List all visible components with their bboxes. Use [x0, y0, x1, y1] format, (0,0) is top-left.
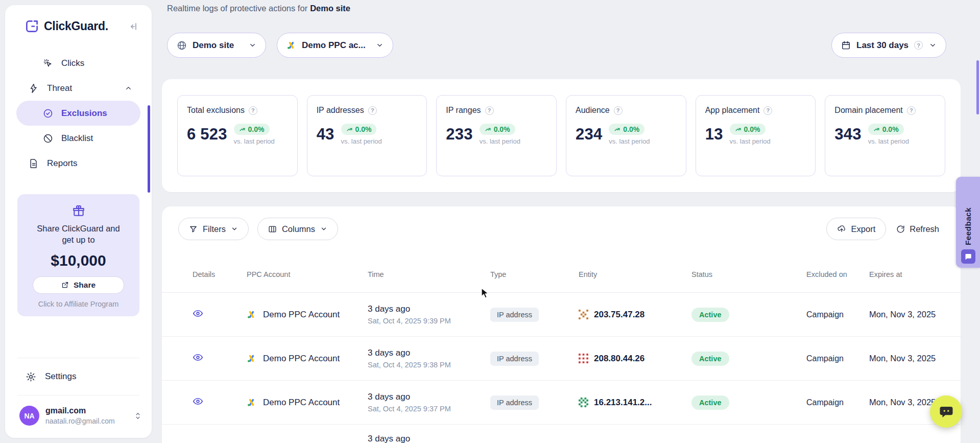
- nav-label-threat: Threat: [47, 83, 72, 94]
- stat-label: IP addresses: [317, 106, 364, 115]
- sidebar-nav: Clicks Threat Exclusions: [5, 51, 152, 176]
- type-badge: IP address: [490, 395, 539, 410]
- filter-icon: [189, 225, 198, 234]
- col-header-status: Status: [691, 270, 806, 280]
- view-details-eye-icon[interactable]: [193, 352, 203, 363]
- export-cloud-icon: [837, 224, 846, 234]
- external-link-icon: [61, 281, 69, 289]
- stat-app-placement: App placement? 13 0.0% vs. last period: [696, 95, 816, 176]
- nav-label-reports: Reports: [47, 158, 78, 169]
- divider: [17, 358, 139, 358]
- cell-time-absolute: Sat, Oct 4, 2025 9:39 PM: [368, 317, 490, 325]
- help-icon[interactable]: ?: [907, 106, 916, 115]
- google-ads-icon: [247, 354, 256, 363]
- brand-name: ClickGuard.: [44, 19, 128, 33]
- chevron-down-icon: [249, 41, 256, 49]
- ppc-account-selector[interactable]: Demo PPC ac...: [277, 33, 393, 58]
- delta-badge: 0.0%: [234, 124, 270, 135]
- col-header-excluded-on: Excluded on: [806, 270, 847, 280]
- trend-up-icon: [485, 126, 491, 133]
- refresh-icon: [896, 225, 905, 234]
- logo-row: ClickGuard.: [5, 19, 152, 33]
- delta-badge: 0.0%: [341, 124, 377, 135]
- cell-excluded-on: Campaign: [806, 354, 869, 363]
- help-icon[interactable]: ?: [368, 106, 377, 115]
- chat-launcher-button[interactable]: [930, 395, 962, 428]
- cell-excluded-on: Campaign: [806, 310, 869, 319]
- nav-label-blacklist: Blacklist: [61, 133, 93, 144]
- stat-caption: vs. last period: [341, 137, 382, 145]
- reports-document-icon: [29, 158, 39, 169]
- divider: [17, 395, 139, 395]
- table-row: Demo PPC Account 3 days ago Sat, Oct 4, …: [162, 293, 961, 337]
- status-badge: Active: [691, 352, 729, 366]
- clickguard-logo-icon: [25, 19, 39, 33]
- sidebar-item-blacklist[interactable]: Blacklist: [16, 126, 140, 151]
- cell-expires-at: Mon, Nov 3, 2025: [869, 354, 948, 363]
- cell-account: Demo PPC Account: [263, 310, 340, 320]
- page-subtitle: Realtime logs of protective actions forD…: [167, 4, 350, 13]
- user-name: gmail.com: [45, 406, 115, 415]
- columns-button[interactable]: Columns: [257, 218, 338, 240]
- cell-time-relative: 3 days ago: [368, 434, 490, 443]
- columns-icon: [268, 225, 277, 234]
- sidebar-item-threat[interactable]: Threat: [16, 76, 140, 101]
- table-row-partial: 3 days ago: [162, 425, 961, 443]
- sidebar: ClickGuard. Clicks Threat: [5, 5, 152, 438]
- gift-icon: [26, 204, 131, 218]
- cell-account: Demo PPC Account: [263, 398, 340, 408]
- sidebar-item-exclusions[interactable]: Exclusions: [16, 101, 140, 126]
- status-badge: Active: [691, 308, 729, 322]
- google-ads-icon: [247, 310, 256, 319]
- cell-time-relative: 3 days ago: [368, 392, 490, 402]
- stat-audience: Audience? 234 0.0% vs. last period: [566, 95, 686, 176]
- table-row: Demo PPC Account 3 days ago Sat, Oct 4, …: [162, 337, 961, 381]
- avatar: NA: [19, 406, 39, 426]
- cell-entity: 208.80.44.26: [594, 354, 644, 364]
- user-menu[interactable]: NA gmail.com naatali.ro@gmail.com: [5, 403, 152, 426]
- cell-time-absolute: Sat, Oct 4, 2025 9:38 PM: [368, 361, 490, 369]
- promo-amount: $10,000: [26, 252, 131, 269]
- feedback-tab[interactable]: Feedback: [956, 177, 980, 268]
- affiliate-link[interactable]: Click to Affiliate Program: [26, 300, 131, 308]
- trend-up-icon: [873, 126, 880, 133]
- stat-label: Domain placement: [834, 106, 902, 115]
- ppc-account-selector-value: Demo PPC ac...: [302, 40, 366, 51]
- delta-badge: 0.0%: [480, 124, 515, 135]
- page-scrollbar[interactable]: [976, 60, 979, 114]
- entity-identicon: [579, 310, 588, 319]
- nav-scrollbar[interactable]: [148, 105, 150, 193]
- stat-total-exclusions: Total exclusions? 6 523 0.0% vs. last pe…: [177, 95, 298, 176]
- view-details-eye-icon[interactable]: [193, 396, 203, 407]
- chevron-down-icon: [320, 225, 327, 232]
- stat-value: 13: [705, 125, 723, 144]
- export-button[interactable]: Export: [826, 218, 887, 240]
- collapse-sidebar-icon[interactable]: [128, 21, 138, 32]
- sidebar-item-settings[interactable]: Settings: [5, 365, 152, 388]
- date-range-selector[interactable]: Last 30 days ?: [831, 33, 946, 58]
- stat-value: 234: [576, 125, 602, 144]
- help-icon[interactable]: ?: [614, 106, 623, 115]
- user-email: naatali.ro@gmail.com: [45, 417, 115, 425]
- sidebar-item-clicks[interactable]: Clicks: [16, 51, 140, 76]
- help-icon[interactable]: ?: [485, 106, 494, 115]
- help-icon[interactable]: ?: [249, 106, 257, 115]
- refresh-button[interactable]: Refresh: [891, 218, 944, 240]
- cell-excluded-on: Campaign: [806, 398, 869, 407]
- site-selector[interactable]: Demo site: [167, 33, 266, 58]
- stats-summary-card: Total exclusions? 6 523 0.0% vs. last pe…: [162, 79, 961, 192]
- help-icon[interactable]: ?: [763, 106, 772, 115]
- settings-label: Settings: [45, 371, 76, 382]
- table-toolbar: Filters Columns Export Refresh: [162, 206, 961, 240]
- stat-value: 343: [834, 125, 861, 144]
- delta-badge: 0.0%: [609, 124, 644, 135]
- view-details-eye-icon[interactable]: [193, 308, 203, 319]
- date-range-value: Last 30 days: [856, 40, 909, 51]
- export-label: Export: [851, 224, 876, 234]
- share-button[interactable]: Share: [33, 276, 124, 294]
- stat-domain-placement: Domain placement? 343 0.0% vs. last peri…: [825, 95, 945, 176]
- blacklist-ban-icon: [43, 133, 53, 144]
- stat-label: App placement: [705, 106, 760, 115]
- sidebar-item-reports[interactable]: Reports: [16, 151, 140, 176]
- filters-button[interactable]: Filters: [178, 218, 249, 240]
